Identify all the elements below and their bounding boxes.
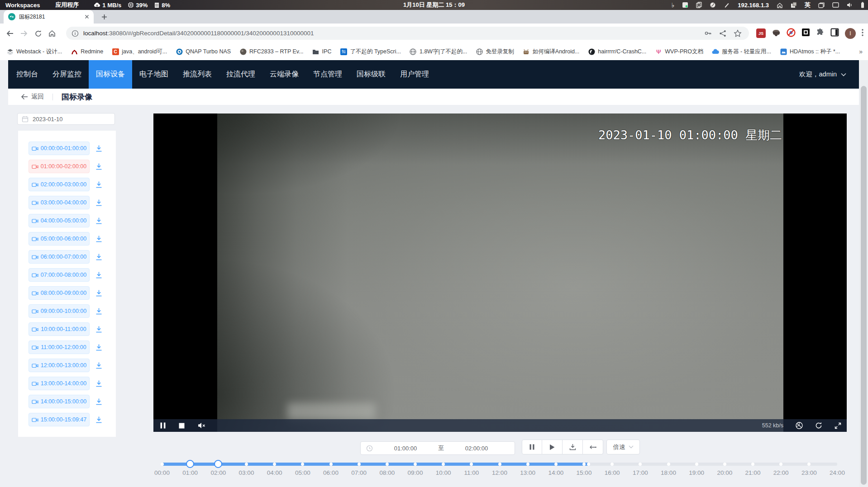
bookmark-item[interactable]: Redmine <box>71 48 103 55</box>
info-icon[interactable] <box>72 30 79 37</box>
tab-close-icon[interactable] <box>85 14 89 19</box>
mask-extension-icon[interactable] <box>772 29 781 38</box>
nav-item-国标设备[interactable]: 国标设备 <box>89 60 132 89</box>
record-range-button[interactable]: 13:00:00-14:00:00 <box>29 377 90 390</box>
page-scrollbar[interactable] <box>859 60 868 487</box>
home-button[interactable] <box>46 28 58 39</box>
speed-button[interactable]: 倍速 <box>606 440 640 454</box>
record-download-button[interactable] <box>95 379 103 388</box>
clock[interactable]: 1月10日 星期二 15：09 <box>403 1 465 9</box>
scrollbar-thumb[interactable] <box>861 86 867 485</box>
download-button[interactable] <box>563 440 583 454</box>
bookmarks-overflow-chevron[interactable]: » <box>859 48 863 55</box>
workspaces-grid-icon[interactable] <box>791 2 797 8</box>
bookmark-item[interactable]: RFC2833 – RTP Ev... <box>239 48 304 55</box>
record-download-button[interactable] <box>95 416 103 424</box>
nav-item-节点管理[interactable]: 节点管理 <box>306 60 349 89</box>
browser-menu-icon[interactable] <box>862 29 863 38</box>
nav-item-电子地图[interactable]: 电子地图 <box>132 60 176 89</box>
back-button[interactable] <box>4 28 16 39</box>
record-range-button[interactable]: 01:00:00-02:00:00 <box>29 160 90 173</box>
record-download-button[interactable] <box>95 307 103 315</box>
js-extension-icon[interactable]: JS <box>756 28 766 38</box>
record-range-button[interactable]: 09:00:00-10:00:00 <box>29 304 90 318</box>
nav-item-云端录像[interactable]: 云端录像 <box>262 60 306 89</box>
bookmark-item[interactable]: ΨWVP-PRO文档 <box>655 48 703 56</box>
nav-item-推流列表[interactable]: 推流列表 <box>176 60 219 89</box>
nav-item-国标级联[interactable]: 国标级联 <box>349 60 393 89</box>
timeline-handle[interactable] <box>214 460 222 468</box>
mute-icon[interactable] <box>198 422 205 429</box>
bookmark-item[interactable]: 如何编译Android... <box>523 48 580 56</box>
pause-button[interactable] <box>522 440 542 454</box>
record-range-button[interactable]: 12:00:00-13:00:00 <box>29 359 90 372</box>
bookmark-item[interactable]: Webstack - 设计... <box>6 48 62 56</box>
nav-item-用户管理[interactable]: 用户管理 <box>393 60 436 89</box>
record-range-button[interactable]: 15:00:00-15:09:47 <box>29 413 90 426</box>
bookmark-item[interactable]: 知了不起的 TypeScri... <box>340 48 401 56</box>
snapshot-icon[interactable] <box>796 422 803 429</box>
new-tab-button[interactable] <box>99 11 110 22</box>
record-download-button[interactable] <box>95 289 103 297</box>
stop-icon[interactable] <box>179 423 185 429</box>
bookmark-item[interactable]: 1.8W字|了不起的... <box>410 48 467 56</box>
record-download-button[interactable] <box>95 343 103 351</box>
date-picker[interactable]: 2023-01-10 <box>17 113 115 125</box>
ip-address[interactable]: 192.168.1.3 <box>738 2 769 9</box>
nav-item-控制台[interactable]: 控制台 <box>9 60 45 89</box>
record-range-button[interactable]: 08:00:00-09:00:00 <box>29 286 90 300</box>
welcome-menu[interactable]: 欢迎，admin <box>799 60 859 89</box>
bw-extension-icon[interactable] <box>801 28 810 38</box>
side-panel-icon[interactable] <box>830 28 839 38</box>
nav-item-分屏监控[interactable]: 分屏监控 <box>45 60 89 89</box>
record-download-button[interactable] <box>95 271 103 279</box>
bookmark-item[interactable]: 免登录复制 <box>476 48 514 56</box>
record-download-button[interactable] <box>95 361 103 369</box>
seek-back-button[interactable] <box>583 440 603 454</box>
music-note-icon[interactable]: ♭ <box>672 1 675 9</box>
bookmark-item[interactable]: hairrrrr/C-CrashC... <box>588 48 646 55</box>
record-range-button[interactable]: 14:00:00-15:00:00 <box>29 395 90 408</box>
blocker-extension-icon[interactable] <box>787 28 796 39</box>
fullscreen-icon[interactable] <box>835 422 841 429</box>
share-icon[interactable] <box>717 28 729 39</box>
bookmark-item[interactable]: IPC <box>312 48 332 55</box>
pause-icon[interactable] <box>160 422 166 429</box>
record-download-button[interactable] <box>95 217 103 225</box>
record-range-button[interactable]: 10:00:00-11:00:00 <box>29 322 90 336</box>
video-player[interactable]: 2023-01-10 01:00:00 星期二 552 kb/s <box>153 113 847 432</box>
refresh-icon[interactable] <box>815 422 822 429</box>
record-download-button[interactable] <box>95 162 103 170</box>
volume-icon[interactable] <box>847 2 853 8</box>
battery-icon[interactable] <box>861 2 864 8</box>
record-range-button[interactable]: 03:00:00-04:00:00 <box>29 196 90 209</box>
record-range-button[interactable]: 11:00:00-12:00:00 <box>29 340 90 354</box>
bookmark-star-icon[interactable] <box>732 28 744 39</box>
record-download-button[interactable] <box>95 199 103 207</box>
record-range-button[interactable]: 02:00:00-03:00:00 <box>29 178 90 191</box>
extensions-puzzle-icon[interactable] <box>816 28 825 38</box>
record-download-button[interactable] <box>95 325 103 333</box>
clipboard-icon[interactable] <box>696 2 702 8</box>
keyboard-language[interactable]: 英 <box>805 1 811 9</box>
home-icon[interactable] <box>777 2 783 8</box>
record-range-button[interactable]: 06:00:00-07:00:00 <box>29 250 90 264</box>
start-time[interactable]: 01:00:00 <box>373 445 438 452</box>
password-key-icon[interactable] <box>702 28 714 39</box>
beverage-icon[interactable] <box>710 2 716 8</box>
time-range-input[interactable]: 01:00:00 至 02:00:00 <box>360 441 515 455</box>
reload-button[interactable] <box>32 28 44 39</box>
end-time[interactable]: 02:00:00 <box>444 445 509 452</box>
profile-avatar[interactable]: I <box>845 28 856 39</box>
display-icon[interactable] <box>832 2 839 8</box>
record-range-button[interactable]: 00:00:00-01:00:00 <box>29 142 90 155</box>
record-range-button[interactable]: 04:00:00-05:00:00 <box>29 214 90 227</box>
nav-item-拉流代理[interactable]: 拉流代理 <box>219 60 262 89</box>
record-range-button[interactable]: 05:00:00-06:00:00 <box>29 232 90 246</box>
stylus-icon[interactable] <box>724 2 730 8</box>
browser-tab[interactable]: 国标28181 <box>4 10 94 24</box>
record-download-button[interactable] <box>95 397 103 406</box>
bookmark-item[interactable]: HDAtmos :: 种子 *... <box>780 48 840 56</box>
record-download-button[interactable] <box>95 144 103 152</box>
record-download-button[interactable] <box>95 235 103 243</box>
